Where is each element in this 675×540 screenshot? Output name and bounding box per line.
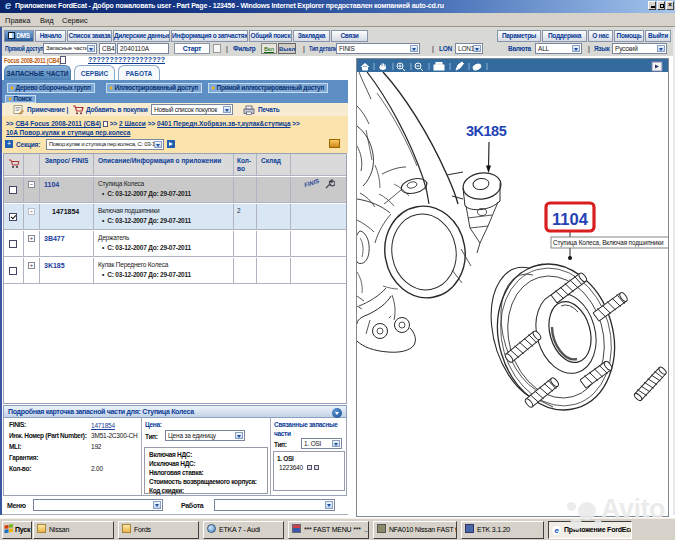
- svg-text:Ступица Колеса, Включая подшип: Ступица Колеса, Включая подшипники: [553, 239, 664, 247]
- svg-text:3K185: 3K185: [466, 123, 507, 139]
- svg-text:1104: 1104: [552, 210, 589, 228]
